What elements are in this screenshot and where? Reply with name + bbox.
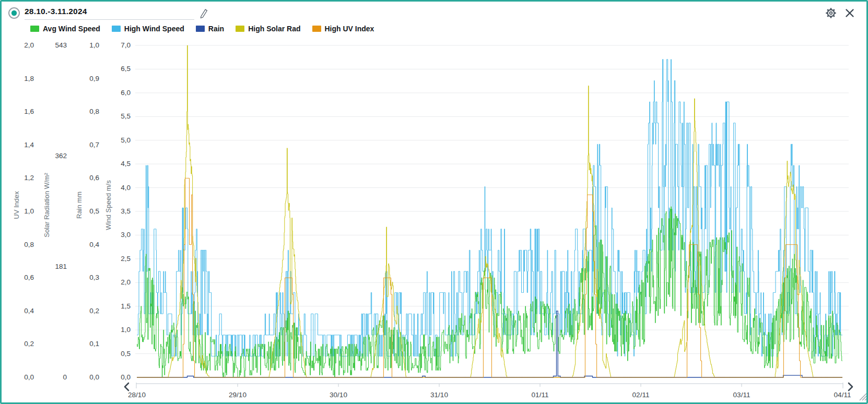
weather-chart-panel: 28.10.-3.11.2024 Avg Wind SpeedHigh Wind… (0, 0, 868, 404)
next-period-button[interactable] (846, 382, 854, 392)
chart-plot[interactable] (2, 2, 868, 404)
resize-handle[interactable] (859, 392, 868, 401)
prev-period-button[interactable] (123, 382, 131, 392)
series-high-wind-speed (137, 60, 842, 357)
series-avg-wind-speed (137, 207, 842, 377)
